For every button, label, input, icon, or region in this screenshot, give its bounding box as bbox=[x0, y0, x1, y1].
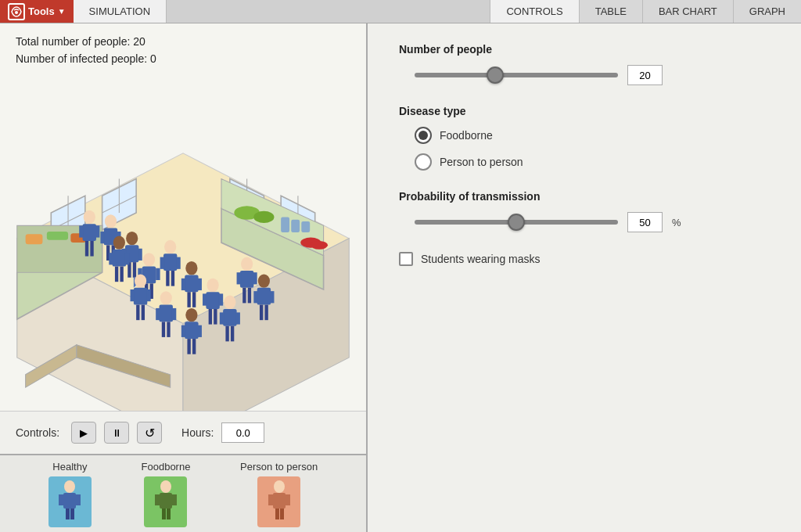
svg-rect-94 bbox=[240, 271, 253, 288]
tab-table[interactable]: TABLE bbox=[579, 0, 642, 23]
disease-type-group: Disease type Foodborne Person to person bbox=[399, 105, 770, 171]
play-button[interactable]: ▶ bbox=[71, 422, 96, 444]
svg-rect-85 bbox=[203, 293, 207, 305]
svg-point-123 bbox=[160, 480, 171, 493]
svg-rect-53 bbox=[166, 271, 169, 286]
masks-checkbox-item[interactable]: Students wearing masks bbox=[399, 252, 770, 266]
simulation-viewport bbox=[0, 74, 366, 411]
hours-input[interactable] bbox=[221, 422, 264, 443]
svg-rect-134 bbox=[286, 494, 290, 505]
svg-point-69 bbox=[160, 291, 172, 304]
transmission-group: Probability of transmission % bbox=[399, 190, 770, 232]
svg-rect-65 bbox=[136, 304, 139, 320]
svg-rect-118 bbox=[63, 493, 76, 509]
svg-rect-127 bbox=[155, 494, 160, 505]
pause-button[interactable]: ⏸ bbox=[104, 422, 129, 444]
svg-rect-133 bbox=[268, 494, 273, 505]
svg-rect-107 bbox=[85, 241, 88, 257]
legend-foodborne: Foodborne bbox=[142, 461, 191, 527]
radio-foodborne-circle[interactable] bbox=[415, 127, 432, 144]
svg-rect-41 bbox=[133, 262, 136, 278]
legend-person-label: Person to person bbox=[240, 461, 318, 473]
svg-rect-18 bbox=[26, 234, 43, 244]
svg-rect-27 bbox=[301, 221, 310, 232]
svg-point-93 bbox=[241, 257, 253, 270]
transmission-unit: % bbox=[672, 217, 681, 228]
number-of-people-group: Number of people bbox=[399, 43, 770, 85]
svg-rect-131 bbox=[275, 509, 279, 519]
app-logo bbox=[8, 3, 25, 20]
tab-graph[interactable]: GRAPH bbox=[733, 0, 801, 23]
svg-rect-36 bbox=[100, 232, 104, 243]
svg-point-57 bbox=[185, 261, 197, 275]
transmission-slider[interactable] bbox=[415, 220, 618, 225]
legend-person-figure bbox=[257, 476, 300, 527]
tools-arrow-icon: ▼ bbox=[58, 7, 66, 16]
controls-label: Controls: bbox=[16, 426, 59, 439]
svg-rect-128 bbox=[172, 494, 177, 505]
svg-rect-62 bbox=[198, 279, 202, 290]
svg-rect-83 bbox=[209, 309, 212, 325]
hours-label: Hours: bbox=[181, 426, 214, 439]
svg-rect-55 bbox=[160, 257, 164, 268]
svg-rect-108 bbox=[90, 241, 93, 257]
svg-rect-77 bbox=[187, 339, 190, 354]
svg-rect-49 bbox=[156, 268, 160, 280]
svg-point-105 bbox=[84, 210, 95, 224]
reset-icon: ↺ bbox=[145, 426, 155, 440]
svg-rect-58 bbox=[185, 275, 198, 292]
transmission-label: Probability of transmission bbox=[399, 190, 770, 203]
tab-controls[interactable]: CONTROLS bbox=[490, 0, 578, 23]
pause-icon: ⏸ bbox=[112, 427, 122, 439]
svg-rect-106 bbox=[83, 224, 96, 241]
number-of-people-slider[interactable] bbox=[415, 73, 618, 77]
svg-rect-86 bbox=[219, 293, 223, 305]
svg-point-44 bbox=[143, 253, 155, 266]
svg-point-117 bbox=[64, 480, 75, 493]
svg-rect-100 bbox=[257, 288, 271, 305]
disease-type-label: Disease type bbox=[399, 105, 770, 117]
svg-rect-116 bbox=[125, 253, 129, 264]
radio-person-circle[interactable] bbox=[415, 153, 432, 171]
legend-healthy-label: Healthy bbox=[52, 461, 87, 473]
svg-rect-54 bbox=[171, 271, 174, 286]
svg-point-75 bbox=[185, 308, 197, 322]
tab-barchart[interactable]: BAR CHART bbox=[642, 0, 733, 23]
play-icon: ▶ bbox=[80, 427, 88, 439]
svg-point-32 bbox=[105, 214, 117, 228]
tools-button[interactable]: Tools ▼ bbox=[0, 0, 74, 23]
svg-rect-56 bbox=[176, 257, 180, 268]
sim-stats: Total number of people: 20 Number of inf… bbox=[0, 23, 366, 74]
svg-rect-126 bbox=[167, 509, 171, 519]
radio-foodborne-label: Foodborne bbox=[440, 129, 493, 142]
masks-checkbox[interactable] bbox=[399, 252, 413, 266]
svg-rect-125 bbox=[162, 509, 166, 519]
svg-rect-132 bbox=[280, 509, 284, 519]
svg-rect-66 bbox=[142, 304, 145, 320]
disease-type-options: Foodborne Person to person bbox=[399, 127, 770, 171]
svg-rect-68 bbox=[146, 289, 150, 301]
svg-point-87 bbox=[224, 295, 235, 308]
svg-rect-109 bbox=[79, 225, 83, 237]
svg-rect-113 bbox=[115, 266, 118, 282]
svg-point-81 bbox=[207, 279, 218, 292]
svg-rect-96 bbox=[248, 288, 251, 304]
reset-button[interactable]: ↺ bbox=[137, 422, 162, 444]
svg-rect-98 bbox=[253, 272, 257, 284]
legend-person-to-person: Person to person bbox=[240, 461, 318, 527]
controls-panel: Number of people Disease type Foodborne bbox=[368, 23, 801, 532]
svg-rect-120 bbox=[70, 509, 74, 519]
radio-foodborne[interactable]: Foodborne bbox=[415, 127, 770, 144]
radio-person-to-person[interactable]: Person to person bbox=[415, 153, 770, 171]
svg-rect-92 bbox=[235, 312, 239, 324]
transmission-value[interactable] bbox=[627, 212, 663, 232]
svg-rect-90 bbox=[231, 326, 234, 342]
number-of-people-value[interactable] bbox=[627, 65, 663, 85]
svg-point-29 bbox=[311, 241, 328, 250]
svg-rect-84 bbox=[214, 309, 217, 325]
svg-rect-67 bbox=[131, 289, 135, 301]
svg-rect-104 bbox=[270, 291, 274, 303]
tab-simulation[interactable]: SIMULATION bbox=[74, 0, 167, 23]
svg-rect-110 bbox=[95, 225, 99, 237]
svg-rect-95 bbox=[242, 288, 246, 304]
